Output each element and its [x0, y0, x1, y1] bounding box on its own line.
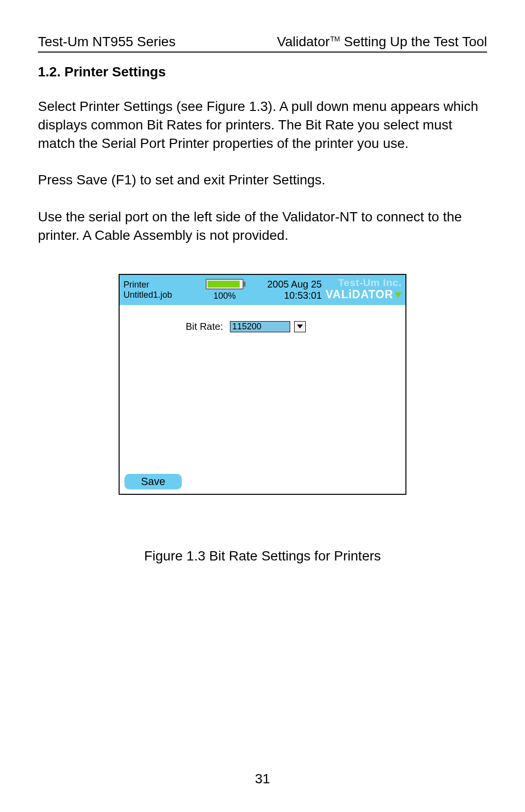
paragraph-1: Select Printer Settings (see Figure 1.3)…: [38, 97, 487, 152]
screenshot-body: Bit Rate: 115200: [120, 305, 405, 471]
chevron-down-icon: [297, 325, 303, 328]
section-title: 1.2. Printer Settings: [38, 64, 487, 80]
job-file-name: Untitled1.job: [123, 290, 200, 300]
paragraph-2: Press Save (F1) to set and exit Printer …: [38, 171, 487, 189]
tm-superscript: TM: [330, 35, 340, 43]
device-screenshot: Printer Untitled1.job 100% 2005 Aug 25 1…: [119, 274, 406, 495]
screenshot-header-bar: Printer Untitled1.job 100% 2005 Aug 25 1…: [120, 275, 405, 305]
date-text: 2005 Aug 25: [267, 279, 322, 290]
running-header-left: Test-Um NT955 Series: [38, 34, 175, 50]
battery-icon: [206, 279, 244, 289]
bitrate-dropdown-button[interactable]: [294, 321, 306, 332]
brand-product-text: VALiDATOR: [326, 288, 393, 302]
brand-triangle-icon: [395, 292, 402, 298]
paragraph-3: Use the serial port on the left side of …: [38, 208, 487, 245]
running-header: Test-Um NT955 Series ValidatorTM Setting…: [38, 34, 487, 53]
brand-company: Test-Um Inc.: [338, 277, 402, 288]
running-header-right: ValidatorTM Setting Up the Test Tool: [277, 34, 487, 50]
figure-caption: Figure 1.3 Bit Rate Settings for Printer…: [38, 548, 487, 564]
page-number: 31: [0, 771, 525, 787]
bitrate-label: Bit Rate:: [186, 321, 223, 332]
time-text: 10:53:01: [284, 290, 322, 301]
header-right-suffix: Setting Up the Test Tool: [340, 34, 488, 49]
screenshot-footer: Save: [120, 471, 405, 494]
screen-title: Printer: [123, 280, 200, 290]
bitrate-dropdown-value[interactable]: 115200: [230, 321, 290, 332]
brand-product: VALiDATOR: [326, 288, 402, 302]
battery-percent: 100%: [213, 291, 236, 301]
save-button[interactable]: Save: [124, 474, 182, 489]
header-right-prefix: Validator: [277, 34, 330, 49]
